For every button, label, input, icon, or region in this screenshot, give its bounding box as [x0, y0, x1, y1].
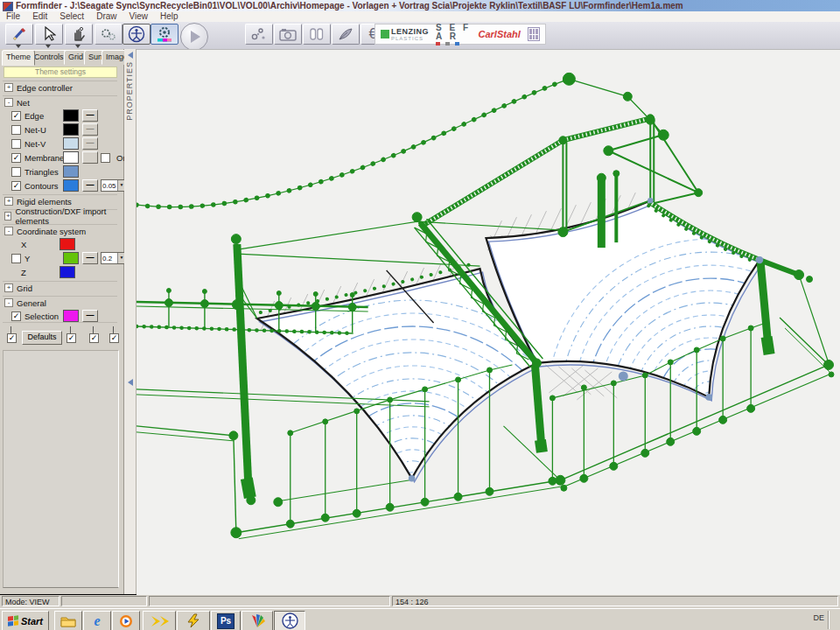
pan-hand-button[interactable]	[65, 24, 93, 45]
net-v-checkbox[interactable]	[11, 139, 21, 149]
status-panel-2	[61, 596, 147, 606]
menu-draw[interactable]: Draw	[90, 11, 122, 22]
quicklaunch-arrows[interactable]	[143, 611, 176, 630]
collapse-icon[interactable]: -	[4, 298, 13, 307]
menu-select[interactable]: Select	[53, 11, 90, 22]
item-label: Net-U	[24, 125, 63, 135]
membrane-color-swatch[interactable]	[63, 151, 79, 164]
materials-button[interactable]	[303, 24, 331, 45]
x-color-swatch[interactable]	[60, 238, 75, 250]
quicklaunch-media-player[interactable]	[112, 611, 140, 630]
defaults-checkbox-1[interactable]: ✓	[7, 333, 17, 343]
gears-icon	[100, 26, 117, 42]
contours-color-swatch[interactable]	[63, 179, 79, 192]
theme-item-y: Y—0.2▼	[3, 251, 117, 265]
expand-icon[interactable]: +	[4, 83, 13, 92]
tab-controls[interactable]: Controls	[30, 50, 68, 65]
menu-view[interactable]: View	[123, 11, 155, 22]
select-cursor-button[interactable]	[35, 24, 63, 45]
language-indicator[interactable]: DE	[813, 613, 824, 622]
item-label: Membrane	[24, 153, 63, 163]
net-v-color-swatch[interactable]	[63, 137, 79, 150]
y-width-select[interactable]: 0.2▼	[101, 252, 126, 264]
section-construction-dxf-import-elements[interactable]: +Construction/DXF import elements	[3, 209, 117, 222]
selection-checkbox[interactable]: ✓	[11, 312, 21, 321]
expand-icon[interactable]: +	[4, 284, 13, 292]
tab-theme[interactable]: Theme	[2, 50, 35, 66]
properties-strip[interactable]: PROPERTIES	[124, 49, 136, 594]
edge-checkbox[interactable]: ✓	[11, 111, 21, 121]
theme-gear-icon	[156, 25, 173, 43]
theme-settings-button[interactable]	[150, 24, 178, 45]
section-general[interactable]: -General	[3, 296, 117, 309]
collapse-icon[interactable]: -	[4, 98, 13, 107]
collapse-left-icon[interactable]	[128, 52, 133, 59]
section-edge-controller[interactable]: +Edge controller	[3, 80, 117, 94]
net-u-checkbox[interactable]	[11, 125, 21, 135]
collapse-left-icon-2[interactable]	[128, 379, 133, 386]
item-label: Y	[24, 254, 63, 263]
viewport-3d[interactable]	[136, 49, 840, 595]
menu-help[interactable]: Help	[154, 11, 185, 22]
particles-button[interactable]	[245, 24, 273, 45]
section-rigid-elements[interactable]: +Rigid elements	[3, 194, 117, 207]
title-bar[interactable]: Formfinder - J:\Seagate Sync\SyncRecycle…	[0, 0, 840, 11]
expand-icon[interactable]: +	[4, 197, 13, 206]
edge-color-swatch[interactable]	[63, 109, 79, 122]
theme-item-triangles: Triangles	[3, 164, 117, 178]
menu-edit[interactable]: Edit	[26, 11, 53, 22]
net-u-linestyle-button[interactable]: —	[82, 123, 98, 136]
play-button[interactable]	[180, 23, 208, 51]
selection-color-swatch[interactable]	[63, 310, 79, 322]
section-net[interactable]: -Net	[3, 95, 117, 108]
defaults-checkbox-4[interactable]: ✓	[109, 333, 119, 343]
y-checkbox[interactable]	[11, 254, 21, 263]
sefar-logo: S E F A R	[436, 24, 471, 46]
quicklaunch-folder[interactable]	[54, 611, 82, 630]
quicklaunch-fan[interactable]	[242, 611, 273, 630]
internet-explorer-icon: e	[88, 613, 107, 628]
contours-checkbox[interactable]: ✓	[11, 181, 21, 191]
y-linestyle-button[interactable]: —	[82, 252, 98, 264]
collapse-icon[interactable]: -	[4, 227, 13, 235]
menu-file[interactable]: File	[0, 11, 26, 22]
formfinder-man-button[interactable]	[122, 24, 150, 45]
partner-emblem-logo	[528, 27, 540, 41]
hand-dropdown[interactable]	[65, 44, 91, 48]
feather-button[interactable]	[332, 24, 360, 45]
z-color-swatch[interactable]	[60, 266, 75, 278]
camera-button[interactable]	[274, 24, 302, 45]
expand-icon[interactable]: +	[4, 212, 11, 220]
pencil-dropdown[interactable]	[5, 44, 32, 48]
defaults-checkbox-3[interactable]: ✓	[89, 333, 99, 343]
edge-linestyle-button[interactable]: —	[82, 109, 98, 122]
quicklaunch-winamp[interactable]	[177, 611, 210, 630]
transform-gears-button[interactable]	[94, 24, 122, 45]
cursor-dropdown[interactable]	[35, 44, 61, 48]
membrane-linestyle-button[interactable]	[82, 151, 98, 164]
media-player-icon	[116, 613, 136, 628]
net-v-linestyle-button[interactable]: —	[82, 137, 98, 150]
draw-pencil-button[interactable]	[5, 24, 33, 45]
section-coordinate-system[interactable]: -Coordinate system	[3, 224, 117, 237]
net-u-color-swatch[interactable]	[63, 123, 79, 136]
taskbar-formfinder[interactable]	[274, 611, 305, 630]
theme-item-edge: ✓Edge—	[3, 108, 117, 122]
y-color-swatch[interactable]	[63, 252, 79, 264]
contours-linestyle-button[interactable]: —	[82, 179, 98, 192]
triangles-checkbox[interactable]	[11, 167, 21, 177]
quicklaunch-photoshop[interactable]: Ps	[211, 611, 241, 630]
membrane-on-checkbox[interactable]	[101, 153, 110, 163]
section-grid[interactable]: +Grid	[3, 281, 117, 294]
defaults-button[interactable]: Defaults	[22, 331, 62, 345]
cursor-icon	[42, 26, 56, 42]
defaults-checkbox-2[interactable]: ✓	[66, 333, 76, 343]
quicklaunch-internet-explorer[interactable]: e	[83, 611, 111, 630]
contours-width-select[interactable]: 0.05▼	[101, 179, 126, 192]
membrane-checkbox[interactable]: ✓	[11, 153, 21, 163]
triangles-color-swatch[interactable]	[63, 165, 79, 178]
start-button[interactable]: Start	[2, 611, 49, 630]
camera-icon	[279, 27, 297, 41]
selection-linestyle-button[interactable]: —	[82, 310, 98, 322]
panel-empty-area	[3, 350, 119, 588]
